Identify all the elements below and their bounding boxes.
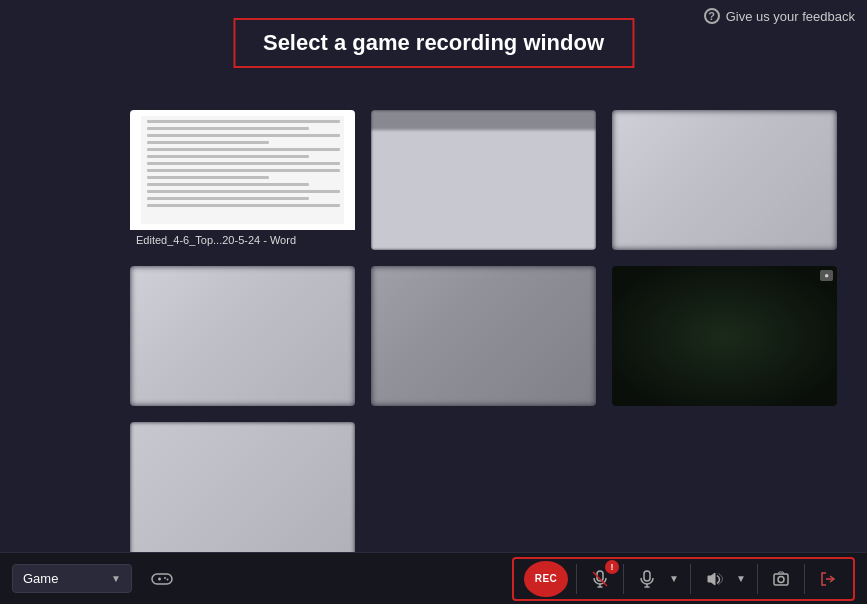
doc-line	[147, 155, 309, 158]
exit-button[interactable]	[813, 564, 843, 594]
recording-controls: REC !	[512, 557, 855, 601]
window-preview-dark1	[612, 266, 837, 406]
window-card-blur3[interactable]	[130, 422, 355, 562]
doc-line	[147, 204, 339, 207]
svg-point-14	[778, 576, 784, 582]
svg-point-3	[164, 577, 166, 579]
doc-line	[147, 120, 339, 123]
volume-chevron-icon[interactable]: ▼	[733, 564, 749, 594]
screenshot-button[interactable]	[766, 564, 796, 594]
doc-line	[147, 162, 339, 165]
gamepad-svg	[150, 570, 174, 588]
title-container: Select a game recording window	[233, 18, 634, 68]
doc-line	[147, 197, 309, 200]
doc-line	[147, 134, 339, 137]
window-card-mid1[interactable]	[371, 266, 596, 406]
feedback-label: Give us your feedback	[726, 9, 855, 24]
window-card-light2[interactable]	[130, 266, 355, 406]
help-icon: ?	[704, 8, 720, 24]
page-title: Select a game recording window	[263, 30, 604, 55]
svg-marker-12	[708, 573, 715, 585]
svg-rect-9	[644, 571, 650, 581]
doc-line	[147, 169, 339, 172]
word-doc-preview	[141, 116, 344, 224]
doc-line	[147, 176, 269, 179]
window-card-dark1[interactable]: ●	[612, 266, 837, 406]
window-preview-blur3	[130, 422, 355, 562]
bottom-bar: Game ▼ REC	[0, 552, 867, 604]
svg-point-4	[167, 578, 169, 580]
doc-line	[147, 190, 339, 193]
mode-dropdown[interactable]: Game ▼	[12, 564, 132, 593]
window-card-browser1[interactable]	[371, 110, 596, 250]
warning-badge: !	[605, 560, 619, 574]
mic-muted-icon	[591, 570, 609, 588]
volume-button[interactable]	[699, 564, 729, 594]
window-preview-browser1	[371, 110, 596, 250]
warning-count: !	[611, 562, 614, 572]
divider-2	[623, 564, 624, 594]
doc-line	[147, 141, 269, 144]
volume-icon	[705, 570, 723, 588]
window-tag: ●	[820, 270, 833, 281]
mic-icon	[638, 570, 656, 588]
window-preview-light2	[130, 266, 355, 406]
window-card-light1[interactable]	[612, 110, 837, 250]
exit-icon	[819, 570, 837, 588]
volume-group: ▼	[699, 564, 749, 594]
window-preview-mid1	[371, 266, 596, 406]
divider-5	[804, 564, 805, 594]
window-preview-light1	[612, 110, 837, 250]
window-label: Edited_4-6_Top...20-5-24 - Word	[130, 230, 355, 250]
window-preview-word	[130, 110, 355, 230]
controller-icon[interactable]	[144, 561, 180, 597]
divider-3	[690, 564, 691, 594]
window-grid: Edited_4-6_Top...20-5-24 - Word ●	[120, 100, 847, 572]
doc-line	[147, 148, 339, 151]
mode-label: Game	[23, 571, 103, 586]
feedback-link[interactable]: ? Give us your feedback	[692, 0, 867, 32]
doc-line	[147, 127, 309, 130]
svg-rect-13	[774, 574, 788, 585]
rec-button[interactable]: REC	[524, 561, 568, 597]
divider-4	[757, 564, 758, 594]
window-card-word[interactable]: Edited_4-6_Top...20-5-24 - Word	[130, 110, 355, 250]
chevron-down-icon: ▼	[111, 573, 121, 584]
doc-line	[147, 183, 309, 186]
mic-muted-group: !	[585, 564, 615, 594]
svg-rect-0	[152, 574, 172, 584]
mic-button[interactable]	[632, 564, 662, 594]
screenshot-icon	[772, 570, 790, 588]
rec-label: REC	[535, 573, 558, 584]
mic-group: ▼	[632, 564, 682, 594]
mic-chevron-icon[interactable]: ▼	[666, 564, 682, 594]
divider-1	[576, 564, 577, 594]
